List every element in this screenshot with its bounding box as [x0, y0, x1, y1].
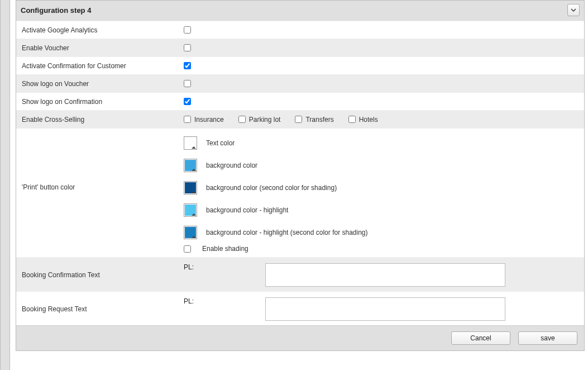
color-item-hl2: background color - highlight (second col…	[184, 226, 579, 239]
config-panel: Configuration step 4 Activate Google Ana…	[16, 0, 585, 351]
label-booking-confirmation: Booking Confirmation Text	[16, 262, 184, 279]
checkbox-cross-insurance[interactable]	[184, 116, 191, 123]
panel-header: Configuration step 4	[16, 1, 584, 21]
color-swatch-bg[interactable]	[184, 159, 197, 172]
cancel-button[interactable]: Cancel	[451, 331, 510, 345]
label-cross-hotels[interactable]: Hotels	[359, 116, 378, 124]
cross-selling-options: Insurance Parking lot Transfers Hotels	[184, 116, 584, 124]
swatch-arrow-icon	[192, 191, 196, 193]
label-activate-confirmation: Activate Confirmation for Customer	[16, 62, 184, 70]
swatch-arrow-icon	[192, 146, 196, 149]
label-booking-request: Booking Request Text	[16, 296, 184, 313]
color-label-bg: background color	[206, 162, 257, 169]
label-cross-insurance[interactable]: Insurance	[194, 116, 224, 124]
swatch-arrow-icon	[192, 169, 196, 171]
color-item-text: Text color	[184, 136, 579, 150]
row-booking-request-text: Booking Request Text PL:	[16, 291, 584, 325]
checkbox-enable-voucher[interactable]	[184, 44, 191, 51]
panel-title: Configuration step 4	[21, 6, 91, 15]
row-show-logo-voucher: Show logo on Voucher	[16, 74, 584, 92]
print-color-list: Text color background color	[184, 133, 579, 243]
label-cross-selling: Enable Cross-Selling	[16, 116, 184, 124]
lang-label-confirmation: PL:	[184, 263, 256, 271]
label-enable-voucher: Enable Voucher	[16, 44, 184, 52]
row-booking-confirmation-text: Booking Confirmation Text PL:	[16, 257, 584, 291]
label-cross-transfers[interactable]: Transfers	[305, 116, 333, 124]
label-print-button-color: 'Print' button color	[16, 133, 184, 191]
label-cross-parking[interactable]: Parking lot	[249, 116, 281, 124]
row-enable-voucher: Enable Voucher	[16, 39, 584, 56]
chevron-down-icon	[571, 7, 576, 13]
row-show-logo-confirmation: Show logo on Confirmation	[16, 92, 584, 110]
row-activate-analytics: Activate Google Analytics	[16, 21, 584, 39]
label-enable-shading: Enable shading	[202, 245, 248, 253]
checkbox-cross-transfers[interactable]	[295, 116, 302, 123]
save-button[interactable]: save	[518, 331, 577, 345]
color-label-hl2: background color - highlight (second col…	[206, 229, 368, 236]
label-show-logo-confirmation: Show logo on Confirmation	[16, 98, 184, 106]
textarea-booking-request[interactable]	[265, 297, 505, 321]
label-show-logo-voucher: Show logo on Voucher	[16, 80, 184, 88]
checkbox-activate-confirmation[interactable]	[184, 62, 191, 69]
color-item-bg2: background color (second color for shadi…	[184, 181, 579, 195]
row-cross-selling: Enable Cross-Selling Insurance Parking l…	[16, 110, 584, 128]
textarea-booking-confirmation[interactable]	[265, 263, 505, 287]
color-swatch-hl2[interactable]	[184, 226, 197, 239]
color-swatch-text[interactable]	[184, 136, 197, 150]
settings-rows: Activate Google Analytics Enable Voucher…	[16, 21, 584, 325]
color-label-text: Text color	[206, 139, 235, 147]
color-swatch-hl[interactable]	[184, 203, 197, 217]
checkbox-enable-shading[interactable]	[184, 245, 191, 253]
color-item-hl: background color - highlight	[184, 203, 579, 217]
lang-label-request: PL:	[184, 297, 256, 305]
color-label-hl: background color - highlight	[206, 206, 288, 214]
checkbox-cross-hotels[interactable]	[348, 116, 356, 123]
color-item-bg: background color	[184, 159, 579, 172]
swatch-arrow-icon	[192, 236, 196, 238]
enable-shading-row: Enable shading	[184, 245, 579, 253]
checkbox-cross-parking[interactable]	[238, 116, 246, 123]
swatch-arrow-icon	[192, 214, 196, 216]
color-label-bg2: background color (second color for shadi…	[206, 184, 337, 192]
row-activate-confirmation: Activate Confirmation for Customer	[16, 56, 584, 74]
checkbox-show-logo-voucher[interactable]	[184, 80, 191, 87]
checkbox-show-logo-confirmation[interactable]	[184, 98, 191, 105]
row-print-button-color: 'Print' button color Text color	[16, 128, 584, 257]
label-activate-analytics: Activate Google Analytics	[16, 26, 184, 34]
viewport: Configuration step 4 Activate Google Ana…	[0, 0, 588, 370]
checkbox-activate-analytics[interactable]	[184, 26, 191, 34]
color-swatch-bg2[interactable]	[184, 181, 197, 195]
panel-collapse-button[interactable]	[567, 4, 580, 16]
left-gutter	[0, 0, 10, 370]
panel-footer: Cancel save	[16, 325, 584, 350]
